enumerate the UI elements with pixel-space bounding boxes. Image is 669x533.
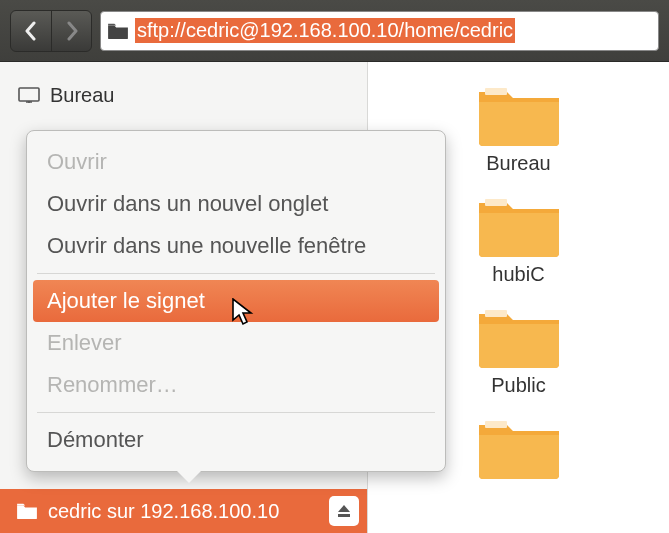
menu-open-window[interactable]: Ouvrir dans une nouvelle fenêtre <box>33 225 439 267</box>
folder-item[interactable] <box>434 415 604 485</box>
sidebar-item-label: Bureau <box>50 84 115 107</box>
sidebar-item-label: cedric sur 192.168.100.10 <box>48 500 279 523</box>
svg-rect-3 <box>485 199 507 206</box>
menu-add-bookmark[interactable]: Ajouter le signet <box>33 280 439 322</box>
sidebar-item-desktop[interactable]: Bureau <box>0 78 367 113</box>
svg-rect-4 <box>485 310 507 317</box>
eject-icon <box>336 504 352 518</box>
svg-rect-2 <box>485 88 507 95</box>
menu-open[interactable]: Ouvrir <box>33 141 439 183</box>
folder-label: hubiC <box>492 263 544 286</box>
folder-item[interactable]: Bureau <box>434 82 604 175</box>
menu-open-tab[interactable]: Ouvrir dans un nouvel onglet <box>33 183 439 225</box>
folder-label: Public <box>491 374 545 397</box>
folder-item[interactable]: Public <box>434 304 604 397</box>
folder-icon <box>475 415 563 479</box>
folder-icon <box>107 22 129 40</box>
context-menu: Ouvrir Ouvrir dans un nouvel onglet Ouvr… <box>26 130 446 472</box>
address-bar[interactable]: sftp://cedric@192.168.100.10/home/cedric <box>100 11 659 51</box>
folder-icon <box>475 82 563 146</box>
folder-item[interactable]: hubiC <box>434 193 604 286</box>
svg-rect-5 <box>485 421 507 428</box>
address-text: sftp://cedric@192.168.100.10/home/cedric <box>135 18 515 43</box>
folder-icon <box>16 502 38 520</box>
menu-separator <box>37 273 435 274</box>
sidebar-item-mount[interactable]: cedric sur 192.168.100.10 <box>0 489 367 533</box>
folder-icon <box>475 304 563 368</box>
eject-button[interactable] <box>329 496 359 526</box>
toolbar: sftp://cedric@192.168.100.10/home/cedric <box>0 0 669 62</box>
monitor-icon <box>18 87 40 105</box>
folder-label: Bureau <box>486 152 551 175</box>
menu-separator <box>37 412 435 413</box>
nav-buttons <box>10 10 92 52</box>
menu-rename[interactable]: Renommer… <box>33 364 439 406</box>
menu-unmount[interactable]: Démonter <box>33 419 439 461</box>
folder-icon <box>475 193 563 257</box>
svg-rect-0 <box>19 88 39 101</box>
svg-rect-1 <box>338 514 350 517</box>
back-button[interactable] <box>11 11 51 51</box>
forward-button[interactable] <box>51 11 91 51</box>
menu-remove[interactable]: Enlever <box>33 322 439 364</box>
